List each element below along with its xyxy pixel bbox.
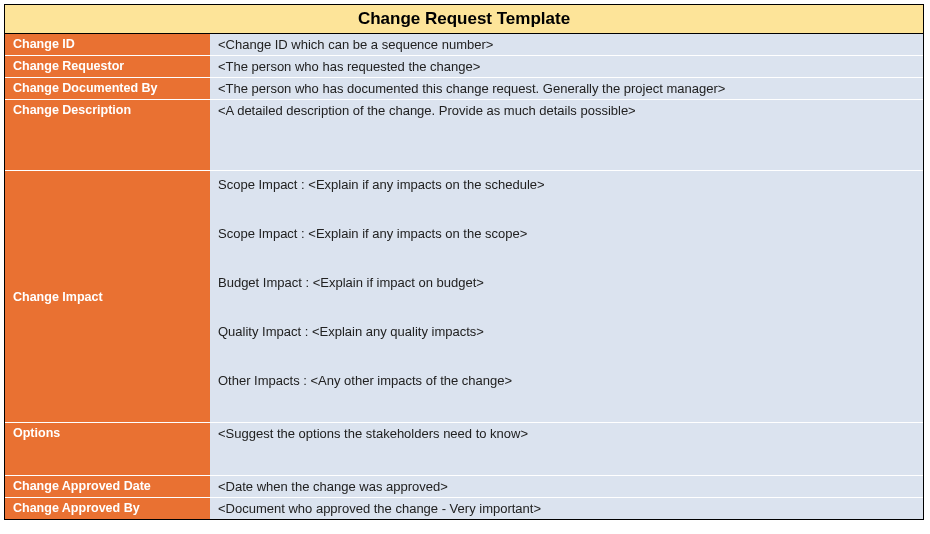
value-change-description: <A detailed description of the change. P… [210,100,923,170]
impact-item: Quality Impact : <Explain any quality im… [210,318,923,367]
template-title: Change Request Template [5,5,923,34]
row-change-requestor: Change Requestor <The person who has req… [5,56,923,78]
change-request-template: Change Request Template Change ID <Chang… [4,4,924,520]
label-change-approved-date: Change Approved Date [5,476,210,497]
value-change-documented-by: <The person who has documented this chan… [210,78,923,99]
row-options: Options <Suggest the options the stakeho… [5,423,923,476]
row-change-approved-date: Change Approved Date <Date when the chan… [5,476,923,498]
label-change-approved-by: Change Approved By [5,498,210,519]
label-change-id: Change ID [5,34,210,55]
row-change-impact: Change Impact Scope Impact : <Explain if… [5,171,923,423]
impact-item: Other Impacts : <Any other impacts of th… [210,367,923,422]
impact-item: Scope Impact : <Explain if any impacts o… [210,220,923,269]
label-change-impact: Change Impact [5,171,210,422]
label-change-documented-by: Change Documented By [5,78,210,99]
value-change-approved-by: <Document who approved the change - Very… [210,498,923,519]
impact-item: Budget Impact : <Explain if impact on bu… [210,269,923,318]
row-change-approved-by: Change Approved By <Document who approve… [5,498,923,519]
row-change-documented-by: Change Documented By <The person who has… [5,78,923,100]
value-options: <Suggest the options the stakeholders ne… [210,423,923,475]
value-change-id: <Change ID which can be a sequence numbe… [210,34,923,55]
label-change-description: Change Description [5,100,210,170]
label-options: Options [5,423,210,475]
row-change-id: Change ID <Change ID which can be a sequ… [5,34,923,56]
value-change-requestor: <The person who has requested the change… [210,56,923,77]
value-change-impact: Scope Impact : <Explain if any impacts o… [210,171,923,422]
label-change-requestor: Change Requestor [5,56,210,77]
row-change-description: Change Description <A detailed descripti… [5,100,923,171]
value-change-approved-date: <Date when the change was approved> [210,476,923,497]
impact-item: Scope Impact : <Explain if any impacts o… [210,171,923,220]
